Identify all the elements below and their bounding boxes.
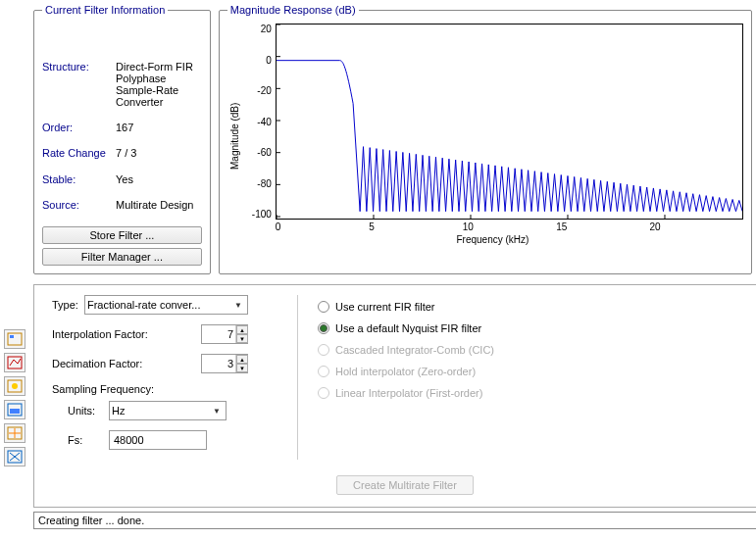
tool-icon[interactable]: [4, 329, 25, 349]
use-current-fir-radio[interactable]: Use current FIR filter: [318, 301, 756, 313]
units-label: Units:: [68, 405, 103, 417]
filter-info-title: Current Filter Information: [42, 4, 168, 16]
chevron-down-icon: ▼: [231, 301, 245, 310]
source-label: Source:: [42, 199, 116, 222]
chart-yticks: 20 0 -20 -40 -60 -80 -100: [242, 24, 276, 220]
magnitude-response-chart: [276, 24, 743, 220]
store-filter-button[interactable]: Store Filter ...: [42, 226, 202, 244]
svg-point-16: [12, 383, 18, 389]
spin-up-icon[interactable]: ▲: [236, 325, 248, 334]
hold-interpolator-radio: Hold interpolator (Zero-order): [318, 366, 756, 377]
use-default-nyquist-radio[interactable]: Use a default Nyquist FIR filter: [318, 322, 756, 334]
type-label: Type:: [52, 299, 78, 311]
chart-xticks: 0 5 10 15 20: [242, 221, 743, 232]
svg-rect-12: [8, 333, 22, 345]
fs-input[interactable]: [109, 430, 207, 450]
filter-design-panel: Type: Fractional-rate conver... ▼ Interp…: [33, 284, 756, 508]
magresponse-title: Magnitude Response (dB): [227, 4, 359, 16]
chart-xlabel: Frequency (kHz): [242, 234, 743, 245]
radio-icon: [318, 344, 329, 356]
tool-icon[interactable]: [4, 447, 25, 466]
order-label: Order:: [42, 122, 116, 145]
svg-rect-14: [8, 357, 22, 368]
create-multirate-filter-button: Create Multirate Filter: [336, 475, 474, 495]
interpolation-input[interactable]: ▲▼: [201, 324, 248, 344]
interpolation-label: Interpolation Factor:: [52, 328, 148, 340]
tool-icon[interactable]: [4, 400, 25, 419]
units-dropdown[interactable]: Hz ▼: [109, 401, 227, 420]
source-value: Multirate Design: [116, 199, 202, 222]
tool-icon[interactable]: [4, 353, 25, 372]
type-dropdown[interactable]: Fractional-rate conver... ▼: [84, 295, 248, 315]
structure-value: Direct-Form FIR Polyphase Sample-Rate Co…: [116, 61, 202, 120]
ratechange-label: Rate Change: [42, 147, 116, 171]
svg-rect-18: [10, 409, 20, 414]
tool-icon[interactable]: [4, 376, 25, 396]
ratechange-value: 7 / 3: [116, 147, 202, 171]
radio-icon: [318, 387, 329, 399]
svg-rect-13: [10, 335, 14, 338]
structure-label: Structure:: [42, 61, 116, 120]
tool-palette: [4, 329, 25, 466]
decimation-label: Decimation Factor:: [52, 358, 142, 369]
spin-down-icon[interactable]: ▼: [236, 364, 248, 372]
decimation-input[interactable]: ▲▼: [201, 354, 248, 373]
cic-radio: Cascaded Integrator-Comb (CIC): [318, 344, 756, 356]
linear-interpolator-radio: Linear Interpolator (First-order): [318, 387, 756, 399]
stable-label: Stable:: [42, 173, 116, 197]
sampling-frequency-label: Sampling Frequency:: [52, 383, 248, 395]
stable-value: Yes: [116, 173, 202, 197]
filter-manager-button[interactable]: Filter Manager ...: [42, 248, 202, 266]
current-filter-info-panel: Current Filter Information Structure: Di…: [33, 4, 211, 274]
spin-down-icon[interactable]: ▼: [236, 334, 248, 343]
radio-icon: [318, 322, 329, 334]
status-bar: Creating filter ... done.: [33, 512, 756, 529]
radio-icon: [318, 366, 329, 377]
fs-label: Fs:: [68, 434, 103, 446]
chevron-down-icon: ▼: [210, 407, 224, 416]
chart-ylabel: Magnitude (dB): [227, 24, 242, 249]
magnitude-response-panel: Magnitude Response (dB) Magnitude (dB) 2…: [219, 4, 752, 274]
tool-icon[interactable]: [4, 423, 25, 443]
order-value: 167: [116, 122, 202, 145]
radio-icon: [318, 301, 329, 313]
spin-up-icon[interactable]: ▲: [236, 355, 248, 364]
